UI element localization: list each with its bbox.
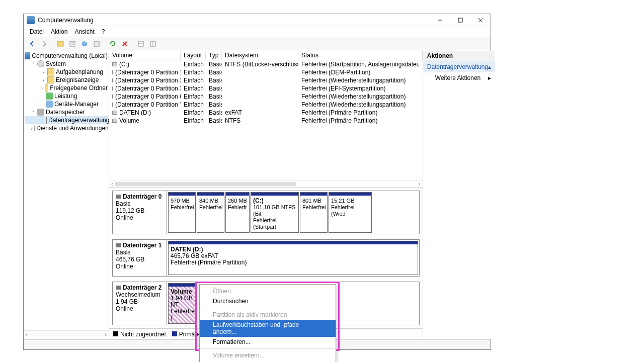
- menu-help[interactable]: ?: [102, 28, 105, 35]
- expand-icon[interactable]: ›: [41, 69, 46, 75]
- tree-freigegebene-ordner[interactable]: ›Freigegebene Ordner: [25, 84, 108, 92]
- disk-0-partition-5[interactable]: 15,21 GBFehlerfrei (Wied: [329, 192, 372, 233]
- tree-system[interactable]: ˅System: [25, 60, 108, 68]
- menu-datei[interactable]: Datei: [30, 28, 44, 35]
- tree-panel: Computerverwaltung (Lokal) ˅System ›Aufg…: [24, 51, 109, 339]
- actions-header: Aktionen: [423, 51, 495, 61]
- detail-view-button[interactable]: [147, 38, 158, 49]
- tree-scrollbar[interactable]: ‹›: [24, 330, 109, 339]
- actions-dtv[interactable]: Datenträgerverwaltung▴: [423, 61, 495, 72]
- window-title: Computerverwaltung: [38, 17, 430, 24]
- collapse-icon[interactable]: ˅: [31, 61, 36, 67]
- disk-icon: [116, 243, 121, 247]
- settings-button[interactable]: [91, 38, 102, 49]
- gear-icon: [37, 60, 44, 67]
- services-icon: [34, 125, 35, 132]
- disk-2-partition-volume[interactable]: Volume 1,94 GB NT Fehlerfrei (: [168, 283, 197, 324]
- disk-0-block[interactable]: Datenträger 0 Basis 119,12 GB Online 970…: [112, 191, 420, 234]
- disk-0-partition-4[interactable]: 801 MBFehlerfrei: [300, 192, 328, 233]
- svg-rect-4: [57, 41, 63, 46]
- titlebar[interactable]: Computerverwaltung: [24, 14, 491, 26]
- disk-0-partition-0[interactable]: 970 MBFehlerfrei: [168, 192, 196, 233]
- tree-leistung[interactable]: Leistung: [25, 92, 108, 100]
- volume-icon: [112, 70, 113, 74]
- col-volume[interactable]: Volume: [109, 51, 181, 60]
- shares-icon: [45, 84, 49, 92]
- disk-0-partition-2[interactable]: 260 MBFehlerfr: [225, 192, 250, 233]
- volume-icon: [112, 95, 113, 99]
- tree-dienste[interactable]: ›Dienste und Anwendungen: [25, 124, 108, 132]
- grid-header: Volume Layout Typ Dateisystem Status: [109, 51, 423, 60]
- legend-unallocated: Nicht zugeordnet: [113, 331, 166, 338]
- back-button[interactable]: [27, 38, 38, 49]
- properties-button[interactable]: [67, 38, 78, 49]
- chevron-up-icon: ▴: [488, 63, 491, 70]
- volume-icon: [112, 111, 117, 115]
- volume-icon: [112, 119, 117, 123]
- refresh-button[interactable]: [107, 38, 118, 49]
- context-extend-volume[interactable]: Volume erweitern...: [200, 350, 336, 360]
- tree-ereignisanzeige[interactable]: ›Ereignisanzeige: [25, 76, 108, 84]
- context-change-drive-letter[interactable]: Laufwerkbuchstaben und -pfade ändern...: [200, 320, 336, 337]
- disk-0-partition-3[interactable]: (C:)101,10 GB NTFS (BitFehlerfrei (Start…: [251, 192, 299, 233]
- show-hide-tree-button[interactable]: [55, 38, 66, 49]
- col-dateisystem[interactable]: Dateisystem: [222, 51, 298, 60]
- forward-button[interactable]: [39, 38, 50, 49]
- tree-aufgabenplanung[interactable]: ›Aufgabenplanung: [25, 68, 108, 76]
- col-layout[interactable]: Layout: [181, 51, 206, 60]
- volume-row[interactable]: (Datenträger 0 Partition 3) Einfach Basi…: [109, 84, 423, 93]
- svg-rect-1: [458, 18, 462, 22]
- volume-row[interactable]: Volume Einfach Basis NTFS Fehlerfrei (Pr…: [109, 117, 423, 125]
- volume-icon: [112, 86, 113, 90]
- expand-icon[interactable]: ›: [41, 85, 43, 91]
- menu-ansicht[interactable]: Ansicht: [74, 28, 94, 35]
- disk-icon: [116, 195, 121, 199]
- context-open[interactable]: Öffnen: [200, 286, 336, 296]
- collapse-icon[interactable]: ˅: [31, 110, 36, 115]
- volume-row[interactable]: (Datenträger 0 Partition 1) Einfach Basi…: [109, 68, 423, 76]
- maximize-button[interactable]: [450, 14, 470, 26]
- tree-root[interactable]: Computerverwaltung (Lokal): [25, 52, 108, 60]
- actions-more[interactable]: Weitere Aktionen▸: [423, 72, 495, 83]
- disk-icon: [116, 286, 121, 290]
- tree-geraete-manager[interactable]: Geräte-Manager: [25, 100, 108, 108]
- disk-1-info: Datenträger 1 Basis 465,76 GB Online: [113, 240, 167, 276]
- delete-button[interactable]: [119, 38, 130, 49]
- context-browse[interactable]: Durchsuchen: [200, 296, 336, 306]
- toolbar: ?: [24, 37, 491, 50]
- computer-icon: [25, 52, 30, 59]
- context-menu: Öffnen Durchsuchen Partition als aktiv m…: [199, 284, 336, 362]
- col-typ[interactable]: Typ: [206, 51, 222, 60]
- close-button[interactable]: [470, 14, 491, 26]
- chevron-right-icon: ▸: [488, 74, 491, 81]
- eventlog-icon: [47, 76, 54, 83]
- actions-panel: Aktionen Datenträgerverwaltung▴ Weitere …: [423, 51, 495, 339]
- scheduler-icon: [47, 68, 54, 75]
- volume-row[interactable]: (Datenträger 0 Partition 6) Einfach Basi…: [109, 93, 423, 101]
- disk-1-partition-daten[interactable]: DATEN (D:) 465,76 GB exFAT Fehlerfrei (P…: [168, 241, 418, 275]
- menu-aktion[interactable]: Aktion: [51, 28, 67, 35]
- context-format[interactable]: Formatieren...: [200, 337, 336, 347]
- disk-2-info: Datenträger 2 Wechselmedium 1,94 GB Onli…: [113, 282, 167, 325]
- app-icon: [27, 16, 35, 24]
- minimize-button[interactable]: [430, 14, 450, 26]
- disk-1-block[interactable]: Datenträger 1 Basis 465,76 GB Online DAT…: [112, 239, 420, 277]
- help-button[interactable]: ?: [79, 38, 90, 49]
- list-view-button[interactable]: [135, 38, 146, 49]
- tree-datenspeicher[interactable]: ˅Datenspeicher: [25, 108, 108, 116]
- expand-icon[interactable]: ›: [31, 126, 32, 131]
- volume-row[interactable]: (C:) Einfach Basis NTFS (BitLocker-versc…: [109, 60, 423, 68]
- volume-row[interactable]: DATEN (D:) Einfach Basis exFAT Fehlerfre…: [109, 109, 423, 117]
- volume-row[interactable]: (Datenträger 0 Partition 7) Einfach Basi…: [109, 101, 423, 109]
- col-status[interactable]: Status: [298, 51, 423, 60]
- disk-mgmt-icon: [46, 117, 47, 124]
- volume-row[interactable]: (Datenträger 0 Partition 2) Einfach Basi…: [109, 76, 423, 84]
- context-mark-active[interactable]: Partition als aktiv markieren: [200, 310, 336, 320]
- svg-rect-5: [70, 41, 75, 46]
- svg-rect-10: [94, 41, 99, 46]
- tree-datentraegerverwaltung[interactable]: Datenträgerverwaltung: [25, 116, 108, 124]
- expand-icon[interactable]: ›: [41, 77, 46, 83]
- grid-h-scrollbar[interactable]: ‹›: [109, 180, 423, 187]
- disk-0-partition-1[interactable]: 840 MBFehlerfrei: [197, 192, 224, 233]
- svg-text:?: ?: [83, 40, 87, 47]
